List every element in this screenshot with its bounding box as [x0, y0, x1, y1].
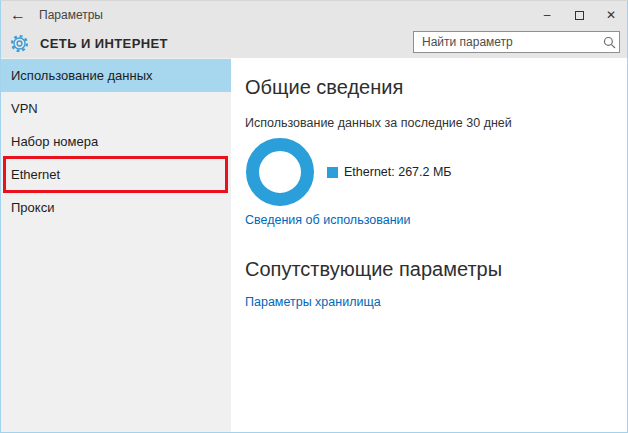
back-arrow-icon: ←	[10, 6, 26, 23]
usage-caption: Использование данных за последние 30 дне…	[245, 116, 627, 130]
sidebar-item-vpn[interactable]: VPN	[1, 92, 231, 125]
search-box	[413, 31, 620, 53]
search-input[interactable]	[414, 35, 599, 49]
legend-label: Ethernet: 267.2 МБ	[344, 165, 452, 179]
close-button[interactable]: ✕	[595, 1, 627, 29]
data-usage-chart-row: Ethernet: 267.2 МБ	[245, 138, 627, 206]
maximize-button[interactable]	[563, 1, 595, 29]
search-icon[interactable]	[599, 32, 619, 52]
titlebar: ← Параметры – ✕	[1, 1, 627, 29]
chart-legend: Ethernet: 267.2 МБ	[327, 165, 452, 179]
related-settings-heading: Сопутствующие параметры	[245, 258, 627, 281]
sidebar-item-ethernet[interactable]: Ethernet	[1, 158, 231, 191]
main-content: Общие сведения Использование данных за п…	[231, 58, 627, 432]
data-usage-donut-chart	[246, 138, 314, 206]
window-title: Параметры	[39, 8, 103, 22]
sidebar-item-dialup[interactable]: Набор номера	[1, 125, 231, 158]
settings-window: ← Параметры – ✕ СЕТЬ И ИНТЕРНЕТ	[0, 0, 628, 433]
sidebar-item-label: VPN	[11, 101, 38, 116]
sidebar-item-label: Прокси	[11, 200, 54, 215]
legend-color-swatch	[327, 167, 338, 178]
minimize-button[interactable]: –	[531, 1, 563, 29]
page-title: СЕТЬ И ИНТЕРНЕТ	[40, 36, 168, 51]
close-icon: ✕	[606, 8, 616, 22]
overview-heading: Общие сведения	[245, 76, 627, 99]
gear-icon	[10, 34, 29, 53]
maximize-icon	[575, 11, 584, 20]
sidebar-item-label: Набор номера	[11, 134, 98, 149]
page-header: СЕТЬ И ИНТЕРНЕТ	[1, 29, 627, 58]
sidebar-item-data-usage[interactable]: Использование данных	[1, 59, 231, 92]
minimize-icon: –	[544, 8, 551, 22]
storage-settings-link[interactable]: Параметры хранилища	[245, 295, 381, 309]
sidebar-item-proxy[interactable]: Прокси	[1, 191, 231, 224]
usage-details-link[interactable]: Сведения об использовании	[245, 213, 411, 227]
sidebar-item-label: Ethernet	[11, 167, 60, 182]
window-controls: – ✕	[531, 1, 627, 29]
sidebar: Использование данных VPN Набор номера Et…	[1, 58, 231, 432]
back-button[interactable]: ←	[1, 1, 35, 29]
sidebar-item-label: Использование данных	[11, 68, 153, 83]
